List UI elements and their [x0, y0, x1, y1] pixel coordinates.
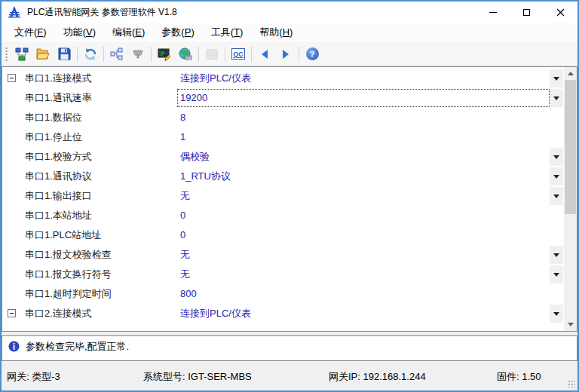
grid-row[interactable]: 串口1.数据位 8	[2, 108, 564, 127]
param-value[interactable]: 偶校验	[177, 148, 550, 166]
app-logo-icon	[8, 5, 21, 19]
grid-row[interactable]: 串口1.通讯协议 1_RTU协议	[2, 167, 564, 186]
back-button[interactable]	[255, 44, 274, 64]
param-value[interactable]: 无	[177, 246, 550, 264]
param-value[interactable]: 无	[177, 187, 550, 205]
close-button[interactable]	[544, 2, 577, 23]
dropdown-arrow-icon	[553, 312, 559, 316]
save-icon	[58, 47, 71, 60]
statusbar: 网关: 类型-3 系统型号: IGT-SER-MBS 网关IP: 192.168…	[2, 361, 577, 390]
statusbar-gateway-ip: 网关IP: 192.168.1.244	[329, 370, 426, 384]
param-value[interactable]: 无	[177, 265, 550, 283]
grid-row[interactable]: 串口1.停止位 1	[2, 127, 564, 147]
param-label: 串口1.本站地址	[25, 206, 92, 225]
help-button[interactable]: ?	[302, 44, 322, 64]
param-label: 串口1.输出接口	[25, 186, 92, 206]
param-label: 串口1.PLC站地址	[25, 225, 101, 245]
menu-item-help[interactable]: 帮助(H)	[251, 23, 301, 42]
grid-row[interactable]: 串口1.输出接口 无	[2, 186, 564, 206]
collapse-toggle[interactable]	[8, 74, 16, 82]
help-icon: ?	[306, 47, 319, 60]
param-label: 串口1.停止位	[25, 127, 82, 147]
grid-row[interactable]: 串口1.通讯速率 19200	[2, 88, 564, 108]
maximize-button[interactable]	[510, 2, 544, 23]
dropdown-button[interactable]	[550, 69, 563, 87]
menu-item-param[interactable]: 参数(P)	[153, 23, 202, 42]
scroll-down-button[interactable]	[564, 318, 577, 331]
menu-item-edit[interactable]: 编辑(E)	[104, 23, 153, 42]
menu-item-file[interactable]: 文件(F)	[6, 23, 55, 42]
topology-button[interactable]	[107, 44, 127, 64]
gateway-connect-button[interactable]	[12, 44, 32, 64]
grid-row[interactable]: 串口1.连接模式 连接到PLC/仪表	[2, 69, 564, 88]
serial-port-icon	[131, 47, 145, 61]
param-value[interactable]: 0	[177, 207, 550, 225]
info-icon	[8, 341, 20, 352]
param-value[interactable]: 19200	[177, 89, 550, 107]
param-label: 串口1.通讯协议	[25, 167, 92, 186]
dropdown-arrow-icon	[553, 194, 559, 198]
param-label: 串口1.报文校验检查	[25, 245, 112, 265]
dropdown-button[interactable]	[550, 187, 563, 205]
edit-monitor-button[interactable]	[155, 44, 174, 64]
grid-row[interactable]: 串口2.连接模式 连接到PLC/仪表	[2, 304, 564, 323]
device-card-button[interactable]	[202, 44, 222, 64]
dropdown-button[interactable]	[550, 89, 563, 107]
window-title: PLC通讯智能网关 参数管理软件 V1.8	[27, 6, 177, 19]
param-label: 串口1.连接模式	[25, 69, 92, 88]
dropdown-button[interactable]	[550, 305, 563, 323]
grid-row[interactable]: 串口1.超时判定时间 800	[2, 284, 564, 304]
open-file-button[interactable]	[33, 44, 53, 64]
scrollbar-thumb[interactable]	[565, 80, 576, 214]
grid-row[interactable]: 串口1.本站地址 0	[2, 206, 564, 225]
vertical-scrollbar[interactable]	[564, 67, 577, 331]
scroll-up-button[interactable]	[564, 67, 577, 80]
collapse-toggle[interactable]	[8, 309, 16, 317]
dropdown-arrow-icon	[553, 77, 559, 81]
toolbar-separator	[151, 47, 152, 62]
dropdown-arrow-icon	[553, 175, 559, 179]
save-button[interactable]	[54, 44, 74, 64]
grid-row[interactable]: 串口1.校验方式 偶校验	[2, 147, 564, 167]
menu-item-function[interactable]: 功能(V)	[55, 23, 104, 42]
grid-row[interactable]: 串口1.报文校验检查 无	[2, 245, 564, 265]
param-value[interactable]: 800	[177, 285, 550, 303]
param-value[interactable]: 连接到PLC/仪表	[177, 69, 550, 87]
grid-row[interactable]: 串口1.PLC站地址 0	[2, 225, 564, 245]
param-label: 串口1.校验方式	[25, 147, 92, 167]
param-value[interactable]: 1	[177, 128, 550, 146]
parameter-rows: 串口1.连接模式 连接到PLC/仪表 串口1.通讯速率 19200 串口1.数据…	[2, 69, 564, 323]
dropdown-button[interactable]	[550, 167, 563, 185]
help-glyph: ?	[310, 50, 315, 59]
param-value[interactable]: 0	[177, 226, 550, 244]
app-window: PLC通讯智能网关 参数管理软件 V1.8 文件(F) 功能(V) 编辑(E) …	[0, 0, 579, 392]
qc-check-button[interactable]: QC	[228, 44, 248, 64]
grid-row[interactable]: 串口1.报文换行符号 无	[2, 265, 564, 284]
dropdown-button[interactable]	[550, 246, 563, 264]
param-value[interactable]: 连接到PLC/仪表	[177, 305, 550, 323]
param-label: 串口1.通讯速率	[25, 88, 92, 108]
parameter-grid: 串口1.连接模式 连接到PLC/仪表 串口1.通讯速率 19200 串口1.数据…	[2, 66, 577, 331]
minimize-button[interactable]	[476, 2, 510, 23]
menu-item-tools[interactable]: 工具(T)	[203, 23, 252, 42]
chevron-down-icon	[568, 323, 574, 326]
param-label: 串口1.报文换行符号	[25, 265, 112, 284]
dropdown-button[interactable]	[550, 148, 563, 166]
serial-port-button[interactable]	[128, 44, 148, 64]
toolbar-grip[interactable]	[5, 47, 8, 62]
statusbar-firmware: 固件: 1.50	[497, 370, 541, 384]
chevron-up-icon	[568, 72, 574, 75]
dropdown-arrow-icon	[553, 253, 559, 257]
dropdown-button[interactable]	[550, 265, 563, 283]
resize-grip[interactable]	[568, 380, 575, 387]
refresh-icon	[84, 47, 97, 61]
window-controls	[476, 2, 577, 23]
network-globe-button[interactable]	[176, 44, 195, 64]
forward-button[interactable]	[276, 44, 296, 64]
param-value[interactable]: 8	[177, 109, 550, 127]
topology-icon	[110, 47, 124, 61]
param-label: 串口1.超时判定时间	[25, 284, 112, 304]
toolbar-separator	[103, 47, 104, 62]
refresh-button[interactable]	[81, 44, 100, 64]
param-value[interactable]: 1_RTU协议	[177, 167, 550, 185]
